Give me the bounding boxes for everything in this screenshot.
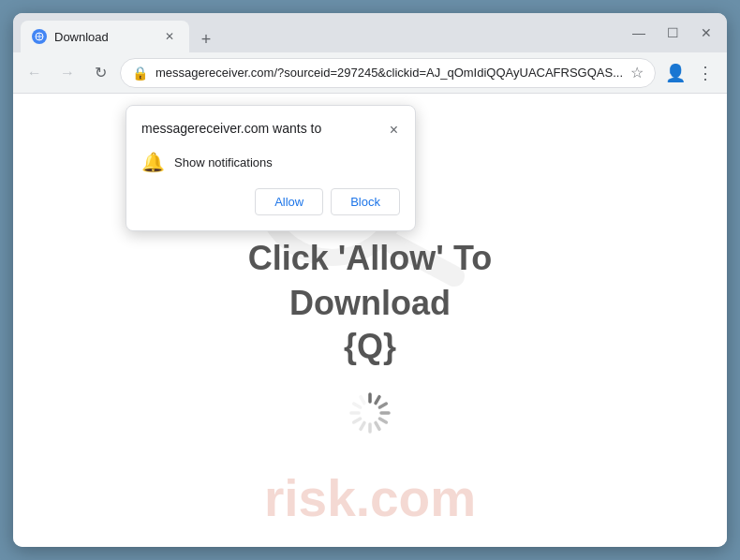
- notification-popup: messagereceiver.com wants to × 🔔 Show no…: [126, 105, 416, 231]
- svg-line-7: [376, 397, 379, 404]
- svg-line-11: [376, 423, 379, 430]
- svg-line-13: [361, 423, 364, 430]
- profile-button[interactable]: 👤: [661, 59, 689, 87]
- maximize-button[interactable]: ☐: [659, 20, 686, 46]
- forward-button[interactable]: →: [53, 59, 81, 87]
- browser-window: Download ✕ + — ☐ ✕ ← → ↻ 🔒 messagereceiv…: [13, 13, 727, 547]
- bookmark-icon[interactable]: ☆: [630, 64, 644, 81]
- block-button[interactable]: Block: [331, 188, 400, 215]
- title-bar: Download ✕ + — ☐ ✕: [13, 13, 727, 52]
- popup-header: messagereceiver.com wants to ×: [141, 121, 400, 140]
- svg-line-10: [379, 419, 386, 422]
- allow-button[interactable]: Allow: [255, 188, 323, 215]
- menu-button[interactable]: ⋮: [691, 59, 719, 87]
- svg-line-14: [354, 419, 361, 422]
- close-button[interactable]: ✕: [693, 20, 719, 46]
- address-bar[interactable]: 🔒 messagereceiver.com/?sourceid=297245&c…: [120, 58, 656, 88]
- watermark-code-text: {Q}: [248, 327, 492, 366]
- nav-right-controls: 👤 ⋮: [661, 59, 719, 87]
- popup-permission-row: 🔔 Show notifications: [141, 151, 400, 173]
- svg-line-17: [361, 397, 364, 404]
- popup-buttons: Allow Block: [141, 188, 400, 215]
- lock-icon: 🔒: [132, 66, 148, 81]
- minimize-button[interactable]: —: [626, 20, 652, 46]
- back-button[interactable]: ←: [21, 59, 48, 87]
- tab-area: Download ✕ +: [21, 13, 614, 52]
- address-text: messagereceiver.com/?sourceid=297245&cli…: [155, 66, 623, 80]
- main-heading-line1: Click 'Allow' To: [248, 237, 492, 281]
- new-tab-button[interactable]: +: [193, 26, 219, 52]
- main-content: Click 'Allow' To Download {Q}: [248, 237, 492, 442]
- watermark-risk: risk.com: [13, 468, 727, 528]
- popup-title: messagereceiver.com wants to: [141, 121, 321, 136]
- reload-button[interactable]: ↻: [87, 59, 114, 87]
- main-heading-line2: Download: [248, 284, 492, 323]
- tab-favicon: [32, 29, 47, 44]
- tab-close-button[interactable]: ✕: [161, 28, 178, 45]
- svg-line-8: [379, 404, 386, 407]
- permission-text: Show notifications: [174, 155, 273, 169]
- browser-tab[interactable]: Download ✕: [21, 21, 189, 52]
- window-controls: — ☐ ✕: [626, 20, 719, 46]
- tab-title: Download: [54, 30, 154, 44]
- loading-spinner: [342, 385, 398, 441]
- page-content: PC risk.com Click 'Allow' To Download {Q…: [13, 94, 727, 547]
- svg-line-16: [354, 404, 361, 407]
- bell-icon: 🔔: [141, 151, 165, 173]
- popup-close-button[interactable]: ×: [388, 121, 400, 140]
- nav-bar: ← → ↻ 🔒 messagereceiver.com/?sourceid=29…: [13, 52, 727, 94]
